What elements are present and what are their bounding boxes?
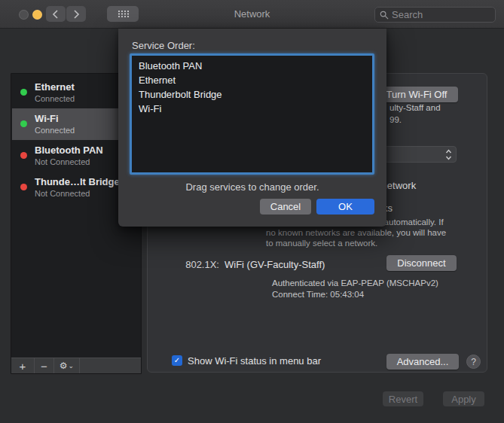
- join-description-line3: to manually select a network.: [266, 239, 377, 248]
- gear-icon: ⚙: [60, 361, 68, 371]
- search-icon: [380, 11, 389, 20]
- revert-button[interactable]: Revert: [383, 391, 423, 406]
- add-service-button[interactable]: +: [11, 358, 35, 373]
- service-order-item-thunderbolt-bridge[interactable]: Thunderbolt Bridge: [132, 87, 372, 102]
- service-status: Connected: [35, 94, 75, 103]
- turn-wifi-off-button[interactable]: Turn Wi-Fi Off: [375, 87, 458, 102]
- service-name: Wi-Fi: [35, 113, 59, 124]
- service-order-label: Service Order:: [132, 40, 195, 51]
- status-dot-green: [20, 120, 27, 127]
- ok-button[interactable]: OK: [316, 199, 374, 215]
- advanced-button[interactable]: Advanced...: [386, 354, 459, 370]
- cancel-button[interactable]: Cancel: [260, 199, 311, 215]
- service-status: Not Connected: [35, 189, 90, 198]
- stepper-icon: [445, 148, 452, 161]
- disconnect-button[interactable]: Disconnect: [386, 255, 457, 271]
- authenticated-text: Authenticated via EAP-PEAP (MSCHAPv2): [272, 278, 438, 288]
- service-name: Thunde…lt Bridge: [35, 176, 120, 187]
- dot1x-label: 802.1X:: [148, 259, 219, 270]
- sidebar-footer-toolbar: + − ⚙ ⌄: [11, 358, 141, 373]
- ok-label: OK: [338, 201, 353, 212]
- apply-label: Apply: [451, 394, 476, 405]
- join-description-line2: no known networks are available, you wil…: [266, 228, 446, 237]
- dot1x-value: WiFi (GV-Faculty-Staff): [225, 259, 325, 270]
- status-dot-green: [20, 89, 27, 96]
- search-field[interactable]: [374, 7, 496, 23]
- turn-wifi-off-label: Turn Wi-Fi Off: [386, 89, 447, 100]
- service-order-list[interactable]: Bluetooth PAN Ethernet Thunderbolt Bridg…: [130, 53, 374, 175]
- title-bar: Network: [0, 0, 504, 29]
- wifi-status-text-line1: ulty-Staff and: [389, 103, 441, 112]
- service-name: Ethernet: [35, 81, 75, 93]
- network-preferences-window: Network Ethernet Connected Wi-Fi Connect…: [0, 0, 504, 423]
- advanced-label: Advanced...: [397, 356, 449, 367]
- connect-time-text: Connect Time: 05:43:04: [272, 290, 364, 299]
- show-wifi-status-checkbox[interactable]: ✓: [172, 355, 182, 366]
- service-order-item-bluetooth-pan[interactable]: Bluetooth PAN: [132, 59, 372, 73]
- drag-services-hint: Drag services to change order.: [118, 181, 386, 193]
- revert-label: Revert: [389, 394, 417, 405]
- disconnect-label: Disconnect: [397, 257, 445, 269]
- cancel-label: Cancel: [270, 201, 301, 212]
- apply-button[interactable]: Apply: [443, 391, 484, 406]
- service-name: Bluetooth PAN: [35, 145, 103, 156]
- chevron-down-icon: ⌄: [69, 362, 75, 370]
- minus-icon: −: [41, 360, 47, 373]
- show-wifi-status-label: Show Wi-Fi status in menu bar: [188, 355, 321, 367]
- help-button[interactable]: ?: [466, 355, 481, 369]
- service-order-item-ethernet[interactable]: Ethernet: [132, 73, 372, 87]
- check-icon: ✓: [174, 357, 180, 364]
- remove-service-button[interactable]: −: [35, 358, 54, 373]
- action-menu-button[interactable]: ⚙ ⌄: [54, 358, 80, 373]
- plus-icon: +: [20, 360, 26, 373]
- status-dot-red: [20, 152, 27, 159]
- status-dot-red: [20, 184, 27, 190]
- search-input[interactable]: [392, 9, 490, 20]
- service-order-item-wifi[interactable]: Wi-Fi: [132, 102, 372, 116]
- wifi-status-text-line2: 99.: [389, 115, 402, 124]
- service-status: Connected: [35, 126, 75, 135]
- service-status: Not Connected: [35, 157, 90, 166]
- question-mark-icon: ?: [471, 357, 476, 367]
- service-order-dialog: Service Order: Bluetooth PAN Ethernet Th…: [118, 29, 386, 227]
